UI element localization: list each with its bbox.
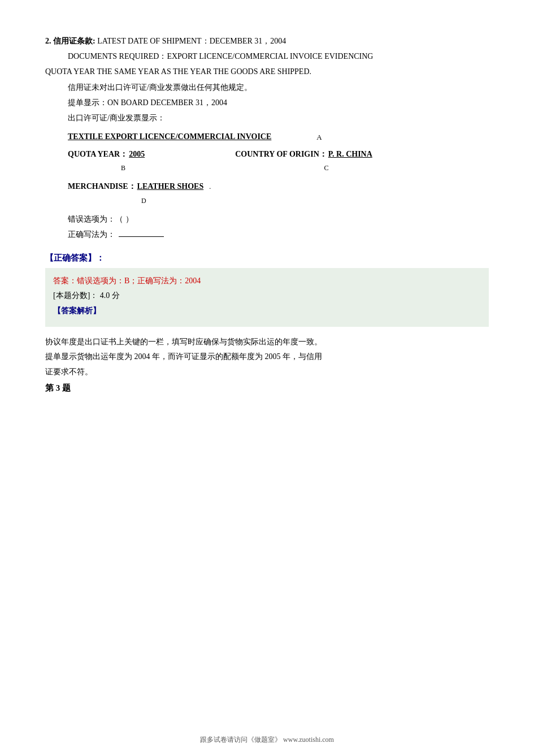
label-b: B	[121, 162, 125, 175]
question-item2-header: 2. 信用证条款: LATEST DATE OF SHIPMENT：DECEMB…	[45, 34, 489, 48]
next-question: 第 3 题	[45, 383, 489, 394]
note2-text: 提单显示：ON BOARD DECEMBER 31，2004	[68, 98, 227, 107]
correct-prompt-line: 正确写法为：	[45, 227, 489, 241]
error-section: 错误选项为：（ ） 正确写法为：	[45, 212, 489, 241]
country-label: COUNTRY OF ORIGIN：	[235, 147, 327, 162]
merchandise-dot: .	[209, 180, 211, 193]
merchandise-group: MERCHANDISE： LEATHER SHOES . D	[68, 179, 489, 207]
analysis-header: 【答案解析】	[53, 304, 481, 319]
label-c: C	[324, 162, 329, 175]
analysis-line2: 提单显示货物出运年度为 2004 年，而许可证显示的配额年度为 2005 年，与…	[45, 349, 489, 365]
item2-content: LATEST DATE OF SHIPMENT：DECEMBER 31，2004	[97, 37, 286, 45]
quota-text: QUOTA YEAR THE SAME YEAR AS THE YEAR THE…	[45, 67, 311, 76]
note1-text: 信用证未对出口许可证/商业发票做出任何其他规定。	[68, 83, 252, 92]
quota-year-value: 2005	[129, 147, 145, 162]
note3-text: 出口许可证/商业发票显示：	[68, 114, 165, 122]
answer-box: 答案：错误选项为：B；正确写法为：2004 [本题分数]： 4.0 分 【答案解…	[45, 268, 489, 327]
quota-line: QUOTA YEAR THE SAME YEAR AS THE YEAR THE…	[45, 64, 489, 79]
documents-line: DOCUMENTS REQUIRED：EXPORT LICENCE/COMMER…	[45, 49, 489, 63]
analysis-content: 协议年度是出口证书上关键的一栏，填写时应确保与货物实际出运的年度一致。 提单显示…	[45, 335, 489, 380]
question-section: 2. 信用证条款: LATEST DATE OF SHIPMENT：DECEMB…	[45, 34, 489, 241]
error-prompt-text: 错误选项为：（ ）	[68, 215, 133, 223]
footer-text: 跟多试卷请访问《做题室》 www.zuotishi.com	[200, 736, 334, 744]
item2-label: 2. 信用证条款:	[45, 37, 95, 45]
documents-text: DOCUMENTS REQUIRED：EXPORT LICENCE/COMMER…	[68, 52, 373, 61]
license-block: TEXTILE EXPORT LICENCE/COMMERCIAL INVOIC…	[68, 129, 489, 207]
note3-line: 出口许可证/商业发票显示：	[45, 111, 489, 125]
label-d: D	[141, 195, 489, 208]
answer-section: 【正确答案】： 答案：错误选项为：B；正确写法为：2004 [本题分数]： 4.…	[45, 253, 489, 394]
country-group: COUNTRY OF ORIGIN： P. R. CHINA C	[235, 147, 372, 175]
score-text: [本题分数]： 4.0 分	[53, 288, 481, 304]
answer-text: 答案：错误选项为：B；正确写法为：2004	[53, 274, 481, 289]
merchandise-label: MERCHANDISE：	[68, 179, 136, 195]
merchandise-value: LEATHER SHOES	[137, 179, 204, 195]
quota-year-label: QUOTA YEAR：	[68, 147, 128, 162]
note1-line: 信用证未对出口许可证/商业发票做出任何其他规定。	[45, 80, 489, 94]
analysis-line3: 证要求不符。	[45, 365, 489, 380]
country-value: P. R. CHINA	[328, 147, 372, 162]
correct-answer-header: 【正确答案】：	[45, 253, 489, 263]
correct-prompt-text: 正确写法为：	[68, 230, 115, 239]
error-prompt-line: 错误选项为：（ ）	[45, 212, 489, 226]
quota-year-group: QUOTA YEAR： 2005 B	[68, 147, 145, 175]
note2-line: 提单显示：ON BOARD DECEMBER 31，2004	[45, 96, 489, 110]
license-title: TEXTILE EXPORT LICENCE/COMMERCIAL INVOIC…	[68, 129, 271, 145]
analysis-line1: 协议年度是出口证书上关键的一栏，填写时应确保与货物实际出运的年度一致。	[45, 335, 489, 350]
label-a: A	[316, 131, 322, 145]
correct-answer-blank	[119, 236, 164, 237]
footer: 跟多试卷请访问《做题室》 www.zuotishi.com	[0, 735, 534, 745]
page-container: 2. 信用证条款: LATEST DATE OF SHIPMENT：DECEMB…	[0, 0, 534, 756]
